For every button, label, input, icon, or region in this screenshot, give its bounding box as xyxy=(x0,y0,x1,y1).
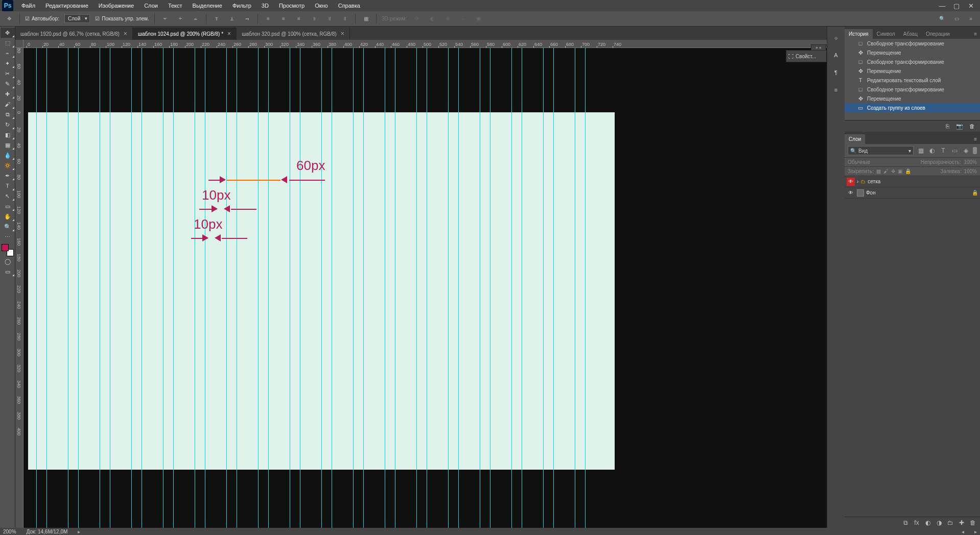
guide[interactable] xyxy=(226,48,227,528)
float-handle[interactable]: » × xyxy=(811,44,826,51)
guide[interactable] xyxy=(36,48,37,528)
text-tool[interactable]: T xyxy=(1,181,15,191)
guide[interactable] xyxy=(395,48,395,528)
guide[interactable] xyxy=(480,48,480,528)
guide[interactable] xyxy=(100,48,100,528)
guide[interactable] xyxy=(237,48,237,528)
align-left-icon[interactable]: ⫪ xyxy=(212,14,222,24)
guide[interactable] xyxy=(268,48,269,528)
guide[interactable] xyxy=(511,48,512,528)
brush-tool[interactable]: 🖌 xyxy=(1,99,15,109)
guide[interactable] xyxy=(575,48,575,528)
minimize-icon[interactable]: — xyxy=(935,1,949,10)
stamp-tool[interactable]: ⧉ xyxy=(1,109,15,119)
scroll-left-icon[interactable]: ◂ xyxy=(962,529,964,534)
mask-icon[interactable]: ◐ xyxy=(924,519,932,527)
history-list[interactable]: □Свободное трансформирование✥Перемещение… xyxy=(845,39,980,120)
guide[interactable] xyxy=(522,48,522,528)
history-row[interactable]: TРедактировать текстовый слой xyxy=(845,76,980,85)
align-bottom-icon[interactable]: ⫨ xyxy=(191,14,201,24)
shape-tool[interactable]: ▭ xyxy=(1,201,15,211)
eyedropper-tool[interactable]: ✎ xyxy=(1,79,15,89)
group-icon[interactable]: 🗀 xyxy=(946,519,954,527)
visibility-icon[interactable]: 👁 xyxy=(847,189,855,197)
search-icon[interactable]: 🔍 xyxy=(937,14,947,24)
canvas[interactable]: 60px 10px 10px xyxy=(24,48,827,528)
tab-paragraph[interactable]: Абзац xyxy=(899,29,922,39)
path-tool[interactable]: ↖ xyxy=(1,191,15,201)
lock-all-icon[interactable]: 🔒 xyxy=(905,168,911,174)
filter-shape-icon[interactable]: ▭ xyxy=(950,147,959,155)
status-arrow[interactable]: ▸ xyxy=(78,529,80,534)
zoom-tool[interactable]: 🔍 xyxy=(1,222,15,232)
magic-wand-tool[interactable]: ✦ xyxy=(1,58,15,68)
close-icon[interactable]: × xyxy=(227,30,231,37)
zoom-level[interactable]: 200% xyxy=(3,529,16,534)
guide[interactable] xyxy=(416,48,417,528)
layer-search[interactable]: 🔍 Вид ▾ xyxy=(848,146,914,155)
history-row[interactable]: ▭Создать группу из слоев xyxy=(845,103,980,112)
tab-1024[interactable]: шаблон 1024.psd @ 200% (RGB/8) *× xyxy=(133,28,237,40)
ruler-vertical[interactable]: 8060402002040608010012014016018020022024… xyxy=(15,48,24,528)
doc-size[interactable]: Док: 14,6M/12,0M xyxy=(27,529,68,534)
guide[interactable] xyxy=(290,48,290,528)
filter-pixel-icon[interactable]: ▦ xyxy=(917,147,925,155)
history-row[interactable]: ✥Перемещение xyxy=(845,66,980,76)
trash-icon[interactable]: 🗑 xyxy=(969,519,977,527)
blur-tool[interactable]: 💧 xyxy=(1,150,15,160)
guide[interactable] xyxy=(258,48,259,528)
autoselect-check[interactable]: ☑Автовыбор: xyxy=(25,16,59,21)
history-row[interactable]: □Свободное трансформирование xyxy=(845,85,980,94)
pen-tool[interactable]: ✒ xyxy=(1,171,15,181)
guide[interactable] xyxy=(195,48,195,528)
close-icon[interactable]: × xyxy=(341,30,344,37)
paragraph-icon[interactable]: ¶ xyxy=(830,66,842,79)
align-top-icon[interactable]: ⫧ xyxy=(160,14,170,24)
distribute-bottom-icon[interactable]: ≡ xyxy=(294,14,304,24)
distribute-vcenter-icon[interactable]: ≡ xyxy=(278,14,289,24)
new-state-icon[interactable]: ⎘ xyxy=(943,122,951,130)
autoselect-dropdown[interactable]: Слой xyxy=(64,14,90,23)
guide[interactable] xyxy=(300,48,300,528)
marquee-tool[interactable]: ⬚ xyxy=(1,38,15,48)
panel-menu-icon[interactable]: ≡ xyxy=(971,134,980,144)
lock-pos-icon[interactable]: ✥ xyxy=(891,168,895,174)
lock-brush-icon[interactable]: 🖌 xyxy=(883,168,889,174)
filter-smart-icon[interactable]: ◈ xyxy=(962,147,970,155)
guide[interactable] xyxy=(142,48,142,528)
show-controls-check[interactable]: ☑Показать упр. элем. xyxy=(95,16,149,21)
glyphs-icon[interactable]: ≡ xyxy=(830,84,842,96)
layer-row[interactable]: 👁›🗀сетка xyxy=(845,176,980,187)
lasso-tool[interactable]: ⌁ xyxy=(1,48,15,58)
menu-select[interactable]: Выделение xyxy=(188,1,227,10)
menu-file[interactable]: Файл xyxy=(16,1,40,10)
guide[interactable] xyxy=(585,48,586,528)
menu-edit[interactable]: Редактирование xyxy=(40,1,94,10)
chevron-icon[interactable]: › xyxy=(857,179,858,184)
layer-row[interactable]: 👁Фон🔒 xyxy=(845,187,980,199)
menu-help[interactable]: Справка xyxy=(333,1,365,10)
dodge-tool[interactable]: 🔅 xyxy=(1,160,15,171)
opacity-value[interactable]: 100% xyxy=(964,159,977,165)
guide[interactable] xyxy=(553,48,554,528)
layout-icon[interactable]: ▭ xyxy=(951,14,962,24)
adjust-icon[interactable]: ◑ xyxy=(935,519,943,527)
align-right-icon[interactable]: ⫬ xyxy=(242,14,252,24)
scroll-right-icon[interactable]: ▸ xyxy=(974,529,977,534)
fg-swatch[interactable] xyxy=(2,244,9,251)
close-icon[interactable]: × xyxy=(124,30,127,37)
blend-mode[interactable]: Обычные xyxy=(848,159,870,165)
guide[interactable] xyxy=(110,48,110,528)
guide[interactable] xyxy=(353,48,354,528)
lock-trans-icon[interactable]: ▦ xyxy=(876,168,881,174)
fx-icon[interactable]: fx xyxy=(913,519,921,527)
guide[interactable] xyxy=(448,48,449,528)
distribute-right-icon[interactable]: ⦀ xyxy=(340,14,350,24)
more-tools[interactable]: ⋯ xyxy=(1,232,15,242)
ruler-horizontal[interactable]: 0204060801001201401601802002202402602803… xyxy=(24,40,827,48)
guide[interactable] xyxy=(332,48,332,528)
menu-view[interactable]: Просмотр xyxy=(274,1,310,10)
layer-list[interactable]: 👁›🗀сетка👁Фон🔒 xyxy=(845,176,980,517)
guide[interactable] xyxy=(163,48,164,528)
tab-1920[interactable]: шаблон 1920.psd @ 66,7% (сетка, RGB/8)× xyxy=(15,28,133,40)
